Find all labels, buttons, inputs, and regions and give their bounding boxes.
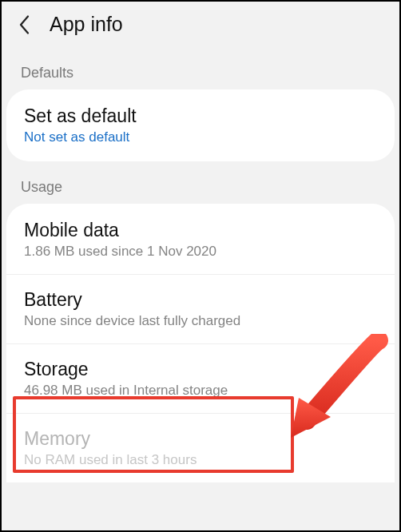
mobile-data-sub: 1.86 MB used since 1 Nov 2020 — [24, 244, 377, 260]
storage-title: Storage — [24, 359, 377, 380]
battery-title: Battery — [24, 289, 377, 311]
defaults-card: Set as default Not set as default — [6, 89, 395, 161]
set-as-default-sub: Not set as default — [24, 129, 377, 145]
set-as-default-title: Set as default — [24, 105, 377, 127]
battery-item[interactable]: Battery None since device last fully cha… — [6, 275, 395, 344]
battery-sub: None since device last fully charged — [24, 313, 377, 329]
back-icon[interactable] — [16, 15, 35, 34]
mobile-data-item[interactable]: Mobile data 1.86 MB used since 1 Nov 202… — [6, 205, 395, 275]
section-label-defaults: Defaults — [2, 47, 399, 89]
mobile-data-title: Mobile data — [24, 220, 377, 241]
section-label-usage: Usage — [2, 161, 399, 204]
page-title: App info — [50, 13, 123, 36]
set-as-default-item[interactable]: Set as default Not set as default — [6, 91, 395, 160]
header-bar: App info — [2, 2, 399, 47]
annotation-highlight-box — [13, 396, 294, 473]
screen: App info Defaults Set as default Not set… — [0, 0, 401, 532]
